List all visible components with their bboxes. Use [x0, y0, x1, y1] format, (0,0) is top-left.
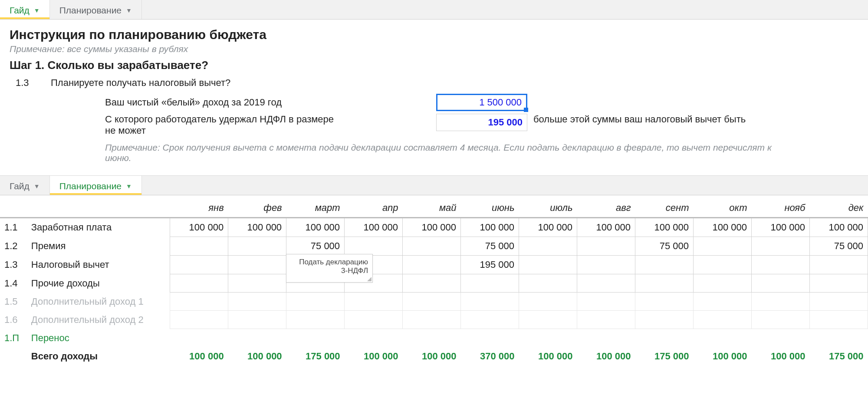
cell[interactable] [228, 329, 286, 347]
cell[interactable] [228, 274, 286, 293]
cell[interactable] [345, 237, 403, 256]
cell[interactable] [635, 274, 694, 293]
cell[interactable]: 100 000 [345, 347, 403, 365]
planning-sheet: янв фев март апр май июнь июль авг сент … [0, 199, 868, 365]
cell[interactable]: 100 000 [286, 218, 345, 237]
tab-planning-bottom[interactable]: Планирование ▼ [50, 176, 142, 195]
cell[interactable] [170, 256, 228, 274]
cell[interactable]: 100 000 [170, 347, 228, 365]
cell[interactable]: 370 000 [461, 347, 519, 365]
cell[interactable]: 195 000 [461, 256, 519, 274]
cell[interactable] [694, 293, 752, 311]
cell[interactable] [228, 293, 286, 311]
cell[interactable] [635, 293, 694, 311]
cell[interactable]: 100 000 [170, 218, 228, 237]
cell[interactable]: 100 000 [635, 218, 694, 237]
cell[interactable]: 100 000 [403, 347, 461, 365]
cell[interactable]: 75 000 [286, 237, 345, 256]
cell[interactable]: 75 000 [809, 237, 868, 256]
cell[interactable]: 100 000 [577, 218, 635, 237]
cell[interactable] [577, 256, 635, 274]
cell[interactable] [228, 311, 286, 329]
cell[interactable]: 100 000 [228, 347, 286, 365]
cell[interactable] [403, 329, 461, 347]
cell[interactable] [519, 293, 577, 311]
cell[interactable]: 100 000 [809, 218, 868, 237]
cell[interactable]: 100 000 [751, 218, 809, 237]
cell[interactable] [170, 237, 228, 256]
cell[interactable] [635, 311, 694, 329]
cell[interactable] [809, 256, 868, 274]
cell[interactable] [577, 237, 635, 256]
cell[interactable] [286, 311, 345, 329]
cell[interactable] [345, 311, 403, 329]
cell[interactable] [577, 274, 635, 293]
income-input-cell[interactable]: 1 500 000 [436, 94, 527, 111]
cell[interactable] [461, 311, 519, 329]
cell[interactable] [577, 311, 635, 329]
cell[interactable]: 100 000 [519, 218, 577, 237]
cell[interactable] [694, 274, 752, 293]
cell[interactable] [345, 293, 403, 311]
cell[interactable]: 100 000 [694, 218, 752, 237]
cell[interactable] [519, 256, 577, 274]
cell[interactable] [519, 274, 577, 293]
cell[interactable] [286, 329, 345, 347]
cell[interactable] [170, 311, 228, 329]
cell[interactable]: 100 000 [345, 218, 403, 237]
cell[interactable] [170, 274, 228, 293]
cell[interactable]: 100 000 [577, 347, 635, 365]
cell[interactable]: 100 000 [403, 218, 461, 237]
cell[interactable]: 175 000 [286, 347, 345, 365]
cell[interactable] [403, 256, 461, 274]
cell[interactable] [519, 329, 577, 347]
cell[interactable] [403, 293, 461, 311]
cell[interactable] [751, 329, 809, 347]
cell[interactable] [170, 329, 228, 347]
tab-guide-top[interactable]: Гайд ▼ [0, 0, 50, 19]
cell[interactable]: 75 000 [461, 237, 519, 256]
cell[interactable] [694, 256, 752, 274]
cell[interactable]: Подать декларацию 3-НДФЛ [228, 256, 286, 274]
cell[interactable] [751, 274, 809, 293]
tab-planning-top[interactable]: Планирование ▼ [50, 0, 142, 19]
cell[interactable]: 175 000 [809, 347, 868, 365]
cell[interactable] [751, 237, 809, 256]
cell[interactable] [694, 237, 752, 256]
cell[interactable] [635, 329, 694, 347]
cell[interactable] [635, 256, 694, 274]
cell[interactable] [751, 293, 809, 311]
cell[interactable] [461, 274, 519, 293]
cell[interactable] [170, 293, 228, 311]
cell[interactable]: 100 000 [751, 347, 809, 365]
cell[interactable] [809, 274, 868, 293]
cell[interactable]: 175 000 [635, 347, 694, 365]
cell[interactable] [809, 329, 868, 347]
cell[interactable]: 100 000 [694, 347, 752, 365]
cell[interactable] [809, 311, 868, 329]
cell[interactable] [403, 274, 461, 293]
cell[interactable] [345, 329, 403, 347]
cell[interactable]: 75 000 [635, 237, 694, 256]
cell[interactable] [461, 329, 519, 347]
cell[interactable] [403, 237, 461, 256]
cell[interactable] [461, 293, 519, 311]
cell[interactable] [286, 293, 345, 311]
cell[interactable]: 100 000 [461, 218, 519, 237]
cell[interactable]: 100 000 [228, 218, 286, 237]
planning-table: янв фев март апр май июнь июль авг сент … [0, 199, 868, 365]
cell[interactable] [751, 256, 809, 274]
cell[interactable] [809, 293, 868, 311]
cell[interactable] [577, 293, 635, 311]
cell[interactable] [228, 237, 286, 256]
cell[interactable] [577, 329, 635, 347]
cell[interactable] [694, 311, 752, 329]
cell[interactable] [403, 311, 461, 329]
cell[interactable] [519, 237, 577, 256]
cell[interactable] [519, 311, 577, 329]
cell-comment[interactable]: Подать декларацию 3-НДФЛ [286, 254, 373, 283]
tab-guide-bottom[interactable]: Гайд ▼ [0, 176, 50, 195]
cell[interactable] [694, 329, 752, 347]
cell[interactable] [751, 311, 809, 329]
cell[interactable]: 100 000 [519, 347, 577, 365]
